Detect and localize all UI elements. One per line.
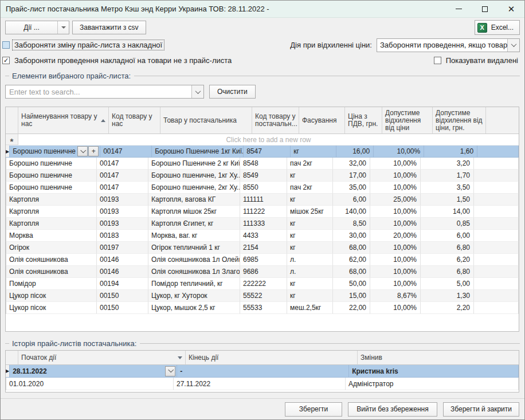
cell-name[interactable]: Борошно пшеничне	[6, 158, 97, 170]
cell-code[interactable]: 00183	[97, 230, 148, 242]
save-and-close-button[interactable]: Зберегти й закрити	[443, 402, 519, 417]
load-csv-button[interactable]: Завантажити з csv	[72, 21, 146, 34]
cell-deviation-pct[interactable]: 10,00%	[370, 206, 421, 218]
add-icon[interactable]: +	[88, 146, 99, 156]
cell-supplier-name[interactable]: Цукор, мышок 2,5 кг	[148, 302, 240, 314]
forbid-posting-checkbox-group[interactable]: Забороняти проведення накладної на товар…	[2, 56, 233, 65]
history-row-current[interactable]: 28.11.2022 - Кристина kris	[6, 365, 519, 378]
add-new-row[interactable]: Click here to add a new row	[6, 134, 519, 146]
cell-code[interactable]: 00193	[97, 206, 148, 218]
history-changed-by-cell[interactable]: Адміністратор	[346, 378, 519, 390]
cell-name[interactable]: Морква	[6, 230, 97, 242]
cell-deviation-pct[interactable]: 10,00%	[370, 158, 421, 170]
cell-deviation-pct[interactable]: 25,00%	[370, 194, 421, 206]
cell-supplier-code[interactable]: 8548	[240, 158, 287, 170]
cell-name[interactable]: Борошно пшеничне	[6, 170, 97, 182]
table-row[interactable]: Морква 00183 Морква, ваг. кг 4433 кг 30,…	[6, 230, 519, 242]
table-row[interactable]: Олія соняшникова 00146 Олія соняшникова …	[6, 266, 519, 278]
cell-supplier-code[interactable]: 8549	[240, 170, 287, 182]
table-row[interactable]: Картопля 00193 Картопля мішок 25кг 11122…	[6, 206, 519, 218]
column-header-name[interactable]: Найменування товару у нас	[18, 107, 109, 134]
cell-deviation-pct[interactable]: 10,00%	[370, 218, 421, 230]
cell-supplier-code[interactable]: 8550	[240, 182, 287, 194]
close-button[interactable]: ✕	[498, 1, 524, 17]
cell-price[interactable]: 62,00	[333, 254, 370, 266]
cell-supplier-name[interactable]: Олія соняшникова 1л Олейна	[148, 254, 240, 266]
dropdown-icon[interactable]	[165, 366, 175, 376]
cell-price[interactable]: 22,00	[333, 302, 370, 314]
cell-supplier-name[interactable]: Олія соняшникова 1л Злагода	[148, 266, 240, 278]
deviation-action-select[interactable]: Забороняти проведення, якщо товар дор...	[377, 38, 520, 52]
cell-price[interactable]: 17,00	[333, 170, 370, 182]
cell-packaging[interactable]: пач 2кг	[287, 182, 333, 194]
cell-name[interactable]: Огірок	[6, 242, 97, 254]
cell-code[interactable]: 00146	[97, 266, 148, 278]
cell-packaging[interactable]: кг	[287, 170, 333, 182]
cell-price[interactable]: 8,50	[333, 218, 370, 230]
column-header-price[interactable]: Ціна з ПДВ, грн.	[345, 107, 382, 134]
column-header-supplier-name[interactable]: Товар у постачальника	[160, 107, 252, 134]
clear-search-button[interactable]: Очистити	[209, 85, 256, 99]
cell-supplier-code[interactable]: 4433	[240, 230, 287, 242]
cell-packaging[interactable]: меш.2,5кг	[287, 302, 333, 314]
cell-supplier-name[interactable]: Морква, ваг. кг	[148, 230, 240, 242]
cell-name[interactable]: Картопля	[6, 194, 97, 206]
cell-supplier-name[interactable]: Борошно пшеничне, 2кг Ху...	[148, 182, 240, 194]
cell-packaging[interactable]: кг	[291, 146, 336, 158]
cell-supplier-code[interactable]: 222222	[240, 278, 287, 290]
forbid-change-checkbox-group[interactable]: Забороняти зміну прайс-листа з накладної	[2, 40, 164, 50]
forbid-posting-checkbox[interactable]	[2, 57, 10, 64]
column-header-start-date[interactable]: Початок дії	[18, 351, 186, 365]
cell-deviation-pct[interactable]: 10,00%	[370, 242, 421, 254]
cell-name[interactable]: Цукор пісок	[6, 302, 97, 314]
exit-without-saving-button[interactable]: Вийти без збереження	[348, 402, 437, 417]
cell-supplier-name[interactable]: Картопля, вагова КГ	[148, 194, 240, 206]
cell-supplier-code[interactable]: 55533	[240, 302, 287, 314]
save-button[interactable]: Зберегти	[285, 402, 342, 417]
cell-price[interactable]: 35,00	[333, 182, 370, 194]
cell-deviation-pct[interactable]: 10,00%	[370, 278, 421, 290]
table-row[interactable]: Борошно пшеничне + 00147 Борошно Пшеничн…	[6, 146, 519, 158]
cell-packaging[interactable]: л.	[287, 266, 333, 278]
cell-deviation-uah[interactable]: 3,50	[421, 182, 474, 194]
cell-deviation-uah[interactable]: 14,00	[421, 206, 474, 218]
cell-packaging[interactable]: кг	[287, 278, 333, 290]
cell-name[interactable]: Борошно пшеничне	[6, 182, 97, 194]
cell-code[interactable]: 00147	[97, 182, 148, 194]
cell-code[interactable]: 00147	[97, 170, 148, 182]
cell-supplier-name[interactable]: Борошно пшеничне, 1кг Ху...	[148, 170, 240, 182]
cell-code[interactable]: 00146	[97, 254, 148, 266]
cell-packaging[interactable]: кг	[287, 242, 333, 254]
cell-code[interactable]: 00150	[97, 302, 148, 314]
cell-packaging[interactable]: кг	[287, 230, 333, 242]
table-row[interactable]: Огірок 00197 Огірок тепличний 1 кг 2154 …	[6, 242, 519, 254]
cell-deviation-uah[interactable]: 3,20	[421, 158, 474, 170]
cell-deviation-pct[interactable]: 20,00%	[370, 230, 421, 242]
cell-packaging[interactable]: кг	[287, 194, 333, 206]
history-end-cell[interactable]: -	[177, 365, 349, 378]
table-row[interactable]: Картопля 00193 Картопля, вагова КГ 11111…	[6, 194, 519, 206]
table-row[interactable]: Помідор 00194 Помідор тепличний, кг 2222…	[6, 278, 519, 290]
chevron-down-icon[interactable]	[507, 39, 519, 52]
cell-price[interactable]: 30,00	[333, 230, 370, 242]
cell-deviation-uah[interactable]: 6,00	[421, 230, 474, 242]
dropdown-icon[interactable]	[77, 146, 88, 156]
cell-supplier-name[interactable]: Огірок тепличний 1 кг	[148, 242, 240, 254]
cell-deviation-uah[interactable]: 5,00	[421, 278, 474, 290]
table-row[interactable]: Борошно пшеничне 00147 Борошно Пшеничне …	[6, 158, 519, 170]
column-header-supplier-code[interactable]: Код товару у постачальн...	[252, 107, 299, 134]
column-header-deviation-uah[interactable]: Допустиме відхилення від ціни, грн.	[433, 107, 486, 134]
cell-deviation-pct[interactable]: 10,00%	[370, 170, 421, 182]
cell-price[interactable]: 68,00	[333, 242, 370, 254]
cell-deviation-uah[interactable]: 6,20	[421, 254, 474, 266]
cell-deviation-uah[interactable]: 1,50	[421, 194, 474, 206]
cell-price[interactable]: 15,00	[333, 290, 370, 302]
minimize-button[interactable]	[445, 1, 472, 17]
cell-supplier-name[interactable]: Цукор, кг Хуторок	[148, 290, 240, 302]
cell-price[interactable]: 140,00	[333, 206, 370, 218]
cell-supplier-code[interactable]: 111333	[240, 218, 287, 230]
search-dropdown-icon[interactable]	[191, 85, 203, 98]
cell-name[interactable]: Борошно пшеничне +	[10, 146, 100, 158]
cell-supplier-code[interactable]: 111111	[240, 194, 287, 206]
cell-code[interactable]: 00194	[97, 278, 148, 290]
